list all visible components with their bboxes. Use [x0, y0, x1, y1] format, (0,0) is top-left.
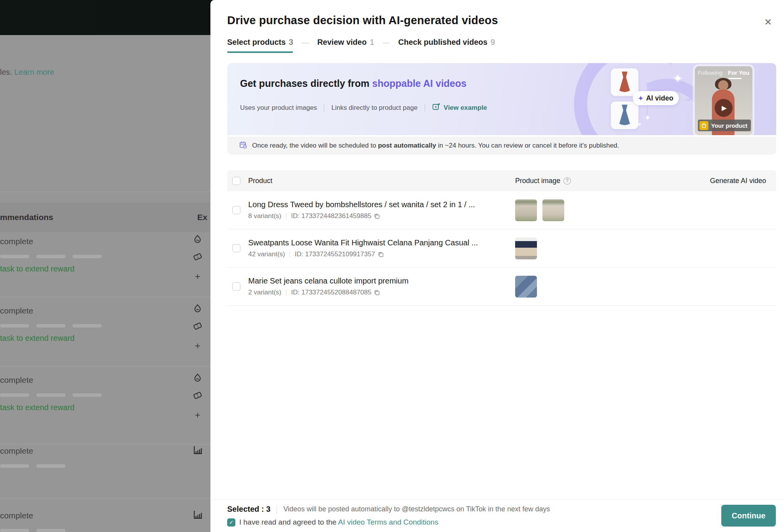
tab-label: Review video	[317, 38, 367, 47]
divider	[0, 192, 210, 192]
notice-truncated-text: les.	[0, 68, 12, 76]
plus-icon: +	[195, 271, 200, 282]
bar-chart-icon	[192, 445, 203, 456]
flame-icon	[192, 234, 203, 246]
feature-text: Uses your product images	[240, 104, 317, 112]
reward-icons: +	[192, 373, 203, 421]
selected-count: Selected : 3	[227, 505, 270, 514]
view-example-label: View example	[444, 104, 487, 112]
copy-icon[interactable]	[374, 213, 380, 219]
product-table: Product Product image ? Generate AI vide…	[227, 170, 776, 306]
copy-icon[interactable]	[378, 251, 384, 257]
stat-card: complete	[0, 511, 210, 532]
auto-post-note: Videos will be posted automatically to @…	[283, 505, 550, 513]
plus-icon: +	[195, 410, 200, 421]
row-checkbox[interactable]	[232, 206, 240, 214]
modal-title: Drive purchase decision with AI-generate…	[227, 14, 776, 27]
progress-bar	[0, 529, 210, 532]
divider	[324, 104, 324, 112]
bar-chart-icon	[192, 509, 203, 521]
ticket-icon	[192, 321, 203, 333]
product-thumbnail	[515, 199, 537, 221]
for-you-tab-label: For You	[728, 69, 749, 76]
terms-checkbox[interactable]: ✓	[227, 518, 235, 527]
divider	[277, 505, 277, 514]
tab-count: 1	[370, 38, 374, 47]
product-column-header: Product	[248, 177, 515, 185]
progress-bar	[0, 393, 210, 397]
blue-dress-icon	[613, 103, 636, 127]
extend-reward-link: task to extend reward	[0, 264, 210, 273]
product-card-dress-orange	[611, 68, 639, 96]
modal-footer: Selected : 3 Videos will be posted autom…	[210, 499, 784, 532]
sparkle-icon: ✦	[673, 72, 683, 85]
for-you-underline	[728, 78, 742, 79]
product-title: Sweatpants Loose Wanita Fit Highwaist Ce…	[248, 238, 515, 247]
view-example-link[interactable]: View example	[432, 102, 487, 113]
task-status-text: complete	[0, 375, 210, 385]
table-header-row: Product Product image ? Generate AI vide…	[227, 170, 776, 191]
your-product-label: Your product	[711, 122, 747, 129]
tab-count: 9	[491, 38, 495, 47]
divider	[0, 444, 210, 444]
ticket-icon	[192, 252, 203, 263]
table-row: Marie Set jeans celana cullote import pr…	[227, 268, 776, 306]
orange-dress-icon	[613, 70, 636, 94]
product-title: Long Dress Tweed by bombshellstores / se…	[248, 200, 515, 209]
plus-icon: +	[195, 340, 200, 351]
active-tab-underline	[227, 51, 293, 53]
variant-count: 42 variant(s)	[248, 250, 285, 258]
copy-icon[interactable]	[374, 289, 380, 296]
table-row: Long Dress Tweed by bombshellstores / se…	[227, 191, 776, 229]
divider	[0, 366, 210, 366]
ai-video-modal: Drive purchase decision with AI-generate…	[210, 0, 784, 532]
continue-button[interactable]: Continue	[721, 505, 776, 527]
progress-bar	[0, 464, 210, 468]
video-play-icon	[432, 102, 441, 113]
tab-separator: —	[302, 39, 309, 47]
reward-icons: +	[192, 304, 203, 351]
task-status-text: complete	[0, 306, 210, 315]
progress-bar	[0, 255, 210, 258]
tab-label: Select products	[227, 38, 286, 47]
tab-review-video[interactable]: Review video 1	[317, 38, 374, 47]
reward-card: complete task to extend reward +	[0, 237, 210, 273]
tab-separator: —	[383, 39, 390, 47]
help-icon[interactable]: ?	[563, 177, 571, 185]
row-checkbox[interactable]	[232, 282, 240, 291]
play-button-icon: ▶	[715, 99, 733, 117]
divider	[286, 213, 286, 219]
schedule-note: Once ready, the video will be scheduled …	[227, 137, 776, 155]
task-status-text: complete	[0, 511, 210, 520]
close-icon[interactable]: ✕	[762, 16, 774, 28]
tiktok-video-preview: Following For You ▶ Your product	[695, 66, 752, 135]
learn-more-link: Learn more	[14, 68, 54, 76]
task-status-text: complete	[0, 446, 210, 456]
tab-select-products[interactable]: Select products 3	[227, 38, 293, 53]
step-tabs: Select products 3 — Review video 1 — Che…	[227, 38, 776, 53]
banner-title-prefix: Get purchases directly from	[240, 78, 372, 89]
select-all-checkbox[interactable]	[232, 177, 240, 185]
ai-video-pill-label: AI video	[646, 94, 673, 102]
variant-count: 2 variant(s)	[248, 289, 281, 296]
recommendations-header-truncated: mmendations	[0, 213, 53, 222]
agreement-text: I have read and agreed to the AI video T…	[239, 518, 438, 527]
extend-reward-link: task to extend reward	[0, 334, 210, 343]
following-tab-label: Following	[698, 69, 722, 76]
product-thumbnail	[542, 199, 564, 221]
schedule-note-text: Once ready, the video will be scheduled …	[252, 142, 619, 150]
arrow-right-icon: →	[683, 93, 692, 104]
product-thumbnail	[515, 276, 537, 298]
product-image-column-header: Product image	[515, 177, 560, 185]
reward-card: complete task to extend reward +	[0, 375, 210, 412]
extend-reward-link: task to extend reward	[0, 403, 210, 412]
tab-check-published-videos[interactable]: Check published videos 9	[398, 38, 495, 47]
divider	[0, 499, 210, 499]
table-row: Sweatpants Loose Wanita Fit Highwaist Ce…	[227, 229, 776, 268]
stat-card: complete	[0, 446, 210, 468]
terms-and-conditions-link[interactable]: AI video Terms and Conditions	[338, 518, 438, 526]
variant-count: 8 variant(s)	[248, 212, 281, 220]
product-id: ID: 1733724482361459885	[291, 212, 371, 220]
row-checkbox[interactable]	[232, 244, 240, 252]
ticket-icon	[192, 390, 203, 402]
